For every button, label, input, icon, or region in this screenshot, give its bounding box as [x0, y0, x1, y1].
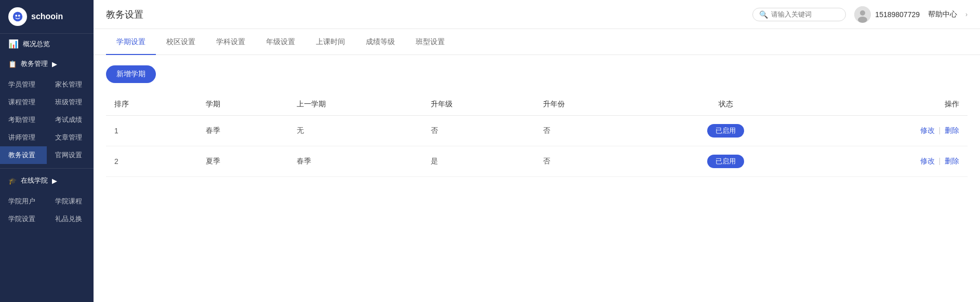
- svg-point-4: [860, 10, 865, 16]
- user-name: 15189807729: [875, 10, 920, 19]
- sidebar-item-overview[interactable]: 📊 概况总览: [0, 34, 94, 54]
- row2-separator: |: [938, 157, 941, 165]
- tab-class-type[interactable]: 班型设置: [405, 29, 455, 55]
- sidebar-item-college-user[interactable]: 学院用户: [0, 193, 47, 210]
- sidebar-item-edu-settings[interactable]: 教务设置: [0, 146, 47, 164]
- sidebar-divider: [0, 168, 94, 169]
- content-body: 新增学期 排序 学期 上一学期 升年级 升年份 状态 操作: [94, 55, 980, 187]
- row2-actions: 修改 | 删除: [804, 146, 968, 177]
- sidebar-item-teaching[interactable]: 📋 教务管理 ▶: [0, 54, 94, 74]
- row2-semester: 夏季: [197, 146, 289, 177]
- col-prev-semester: 上一学期: [288, 93, 422, 116]
- sidebar-item-parent[interactable]: 家长管理: [47, 76, 94, 93]
- search-input[interactable]: [771, 10, 844, 18]
- logo-icon: [8, 7, 27, 26]
- row1-status: 已启用: [647, 116, 804, 146]
- sidebar-item-attendance[interactable]: 考勤管理: [0, 111, 47, 129]
- sidebar-teaching-label: 教务管理: [21, 59, 48, 68]
- row1-upgrade-year: 否: [535, 116, 647, 146]
- header-right: 🔍 15189807729 帮助中心 ›: [752, 6, 968, 23]
- col-order: 排序: [106, 93, 197, 116]
- row2-order: 2: [106, 146, 197, 177]
- online-submenu: 学院用户 学院课程 学院设置 礼品兑换: [0, 190, 94, 230]
- col-status: 状态: [647, 93, 804, 116]
- sidebar: schooin 📊 概况总览 📋 教务管理 ▶ 学员管理 家长管理 课程管理 班…: [0, 0, 94, 302]
- col-semester: 学期: [197, 93, 289, 116]
- add-semester-button[interactable]: 新增学期: [106, 65, 156, 83]
- sidebar-item-online[interactable]: 🎓 在线学院 ▶: [0, 171, 94, 190]
- row2-delete-link[interactable]: 删除: [945, 157, 959, 165]
- avatar: [854, 6, 871, 23]
- tab-semester[interactable]: 学期设置: [106, 29, 156, 55]
- teaching-submenu: 学员管理 家长管理 课程管理 班级管理 考勤管理 考试成绩 讲师管理 文章管理 …: [0, 74, 94, 166]
- sidebar-item-teacher[interactable]: 讲师管理: [0, 129, 47, 146]
- row2-status: 已启用: [647, 146, 804, 177]
- svg-point-2: [18, 15, 20, 17]
- row1-separator: |: [938, 126, 941, 134]
- row1-semester: 春季: [197, 116, 289, 146]
- overview-icon: 📊: [8, 39, 19, 49]
- row1-edit-link[interactable]: 修改: [920, 126, 935, 134]
- svg-point-0: [13, 12, 22, 21]
- tab-score[interactable]: 成绩等级: [355, 29, 405, 55]
- header-arrow-icon: ›: [965, 11, 968, 18]
- col-upgrade-year: 升年份: [535, 93, 647, 116]
- tab-grade[interactable]: 年级设置: [256, 29, 306, 55]
- sidebar-item-website[interactable]: 官网设置: [47, 146, 94, 164]
- search-icon: 🔍: [759, 10, 768, 19]
- svg-point-1: [15, 15, 17, 17]
- row1-actions: 修改 | 删除: [804, 116, 968, 146]
- sidebar-item-class[interactable]: 班级管理: [47, 93, 94, 111]
- table-header-row: 排序 学期 上一学期 升年级 升年份 状态 操作: [106, 93, 968, 116]
- sidebar-item-college-course[interactable]: 学院课程: [47, 193, 94, 210]
- search-box[interactable]: 🔍: [752, 8, 846, 21]
- teaching-arrow-icon: ▶: [52, 60, 57, 68]
- content-area: 学期设置 校区设置 学科设置 年级设置 上课时间 成绩等级 班型设置 新增学期 …: [94, 29, 980, 302]
- col-upgrade-grade: 升年级: [422, 93, 535, 116]
- tab-subject[interactable]: 学科设置: [206, 29, 256, 55]
- status-badge: 已启用: [707, 155, 744, 168]
- tab-bar: 学期设置 校区设置 学科设置 年级设置 上课时间 成绩等级 班型设置: [94, 29, 980, 55]
- user-area[interactable]: 15189807729: [854, 6, 920, 23]
- svg-point-5: [858, 17, 867, 23]
- sidebar-item-student[interactable]: 学员管理: [0, 76, 47, 93]
- online-icon: 🎓: [8, 177, 17, 185]
- sidebar-item-gift[interactable]: 礼品兑换: [47, 210, 94, 228]
- online-arrow-icon: ▶: [52, 177, 57, 185]
- row2-upgrade-year: 否: [535, 146, 647, 177]
- logo-text: schooin: [31, 12, 63, 21]
- tab-campus[interactable]: 校区设置: [156, 29, 206, 55]
- row1-upgrade-grade: 否: [422, 116, 535, 146]
- row1-prev-semester: 无: [288, 116, 422, 146]
- status-badge: 已启用: [707, 124, 744, 138]
- row2-prev-semester: 春季: [288, 146, 422, 177]
- table-row: 2 夏季 春季 是 否 已启用 修改 | 删除: [106, 146, 968, 177]
- main-area: 教务设置 🔍 15189807729 帮助中心 ›: [94, 0, 980, 302]
- tab-class-time[interactable]: 上课时间: [306, 29, 355, 55]
- sidebar-item-article[interactable]: 文章管理: [47, 129, 94, 146]
- row2-edit-link[interactable]: 修改: [920, 157, 935, 165]
- col-action: 操作: [804, 93, 968, 116]
- sidebar-item-exam[interactable]: 考试成绩: [47, 111, 94, 129]
- page-title: 教务设置: [106, 8, 143, 21]
- teaching-icon: 📋: [8, 60, 17, 68]
- row1-delete-link[interactable]: 删除: [945, 126, 959, 134]
- table-row: 1 春季 无 否 否 已启用 修改 | 删除: [106, 116, 968, 146]
- row1-order: 1: [106, 116, 197, 146]
- sidebar-online-label: 在线学院: [21, 176, 48, 185]
- help-link[interactable]: 帮助中心: [928, 10, 957, 19]
- semester-table: 排序 学期 上一学期 升年级 升年份 状态 操作 1 春季 无 否: [106, 93, 968, 177]
- page-header: 教务设置 🔍 15189807729 帮助中心 ›: [94, 0, 980, 29]
- row2-upgrade-grade: 是: [422, 146, 535, 177]
- sidebar-item-course[interactable]: 课程管理: [0, 93, 47, 111]
- sidebar-item-college-settings[interactable]: 学院设置: [0, 210, 47, 228]
- sidebar-overview-label: 概况总览: [23, 39, 85, 49]
- sidebar-logo: schooin: [0, 0, 94, 34]
